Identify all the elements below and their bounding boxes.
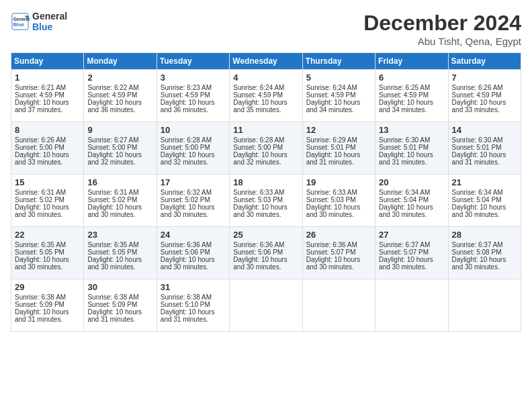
sunset: Sunset: 5:04 PM — [379, 196, 429, 203]
day-number: 18 — [233, 177, 298, 187]
calendar-cell: 20Sunrise: 6:34 AMSunset: 5:04 PMDayligh… — [375, 175, 448, 227]
column-header-saturday: Saturday — [448, 53, 521, 70]
daylight-label: Daylight: 10 hours and 30 minutes. — [87, 203, 142, 218]
sunrise: Sunrise: 6:38 AM — [15, 293, 66, 301]
svg-text:Blue: Blue — [13, 22, 24, 28]
day-number: 15 — [15, 177, 80, 187]
calendar-cell: 3Sunrise: 6:23 AMSunset: 4:59 PMDaylight… — [157, 70, 229, 122]
sunset: Sunset: 4:59 PM — [306, 91, 356, 99]
sunrise: Sunrise: 6:26 AM — [15, 136, 66, 144]
calendar-table: SundayMondayTuesdayWednesdayThursdayFrid… — [11, 52, 521, 332]
sunrise: Sunrise: 6:35 AM — [15, 241, 66, 248]
sunset: Sunset: 5:00 PM — [233, 144, 283, 151]
sunset: Sunset: 4:59 PM — [161, 91, 210, 99]
sunset: Sunset: 5:06 PM — [233, 248, 283, 256]
sunrise: Sunrise: 6:29 AM — [306, 136, 357, 144]
calendar-cell: 7Sunrise: 6:26 AMSunset: 4:59 PMDaylight… — [448, 70, 521, 122]
daylight-label: Daylight: 10 hours and 33 minutes. — [15, 151, 69, 166]
calendar-week-3: 15Sunrise: 6:31 AMSunset: 5:02 PMDayligh… — [11, 175, 521, 227]
sunset: Sunset: 5:02 PM — [15, 196, 64, 203]
calendar-cell: 18Sunrise: 6:33 AMSunset: 5:03 PMDayligh… — [230, 175, 302, 227]
sunset: Sunset: 5:05 PM — [87, 248, 137, 256]
day-number: 9 — [87, 125, 152, 135]
calendar-cell: 11Sunrise: 6:28 AMSunset: 5:00 PMDayligh… — [230, 122, 302, 175]
calendar-cell: 6Sunrise: 6:25 AMSunset: 4:59 PMDaylight… — [375, 70, 448, 122]
day-number: 30 — [87, 282, 152, 292]
column-header-friday: Friday — [375, 53, 448, 70]
day-number: 16 — [87, 177, 152, 187]
daylight-label: Daylight: 10 hours and 35 minutes. — [233, 99, 287, 113]
calendar-header-row: SundayMondayTuesdayWednesdayThursdayFrid… — [11, 53, 521, 70]
sunset: Sunset: 5:02 PM — [161, 196, 210, 203]
sunrise: Sunrise: 6:37 AM — [379, 241, 430, 248]
sunset: Sunset: 5:07 PM — [379, 248, 429, 256]
sunrise: Sunrise: 6:22 AM — [87, 84, 138, 91]
day-number: 29 — [15, 282, 80, 292]
day-number: 25 — [233, 230, 298, 240]
calendar-cell: 30Sunrise: 6:38 AMSunset: 5:09 PMDayligh… — [84, 279, 157, 332]
calendar-cell: 26Sunrise: 6:36 AMSunset: 5:07 PMDayligh… — [302, 227, 375, 279]
sunrise: Sunrise: 6:28 AM — [161, 136, 212, 144]
sunset: Sunset: 4:59 PM — [87, 91, 137, 99]
daylight-label: Daylight: 10 hours and 34 minutes. — [379, 99, 433, 113]
day-number: 20 — [379, 177, 444, 187]
calendar-cell: 27Sunrise: 6:37 AMSunset: 5:07 PMDayligh… — [375, 227, 448, 279]
day-number: 2 — [87, 73, 152, 83]
month-title: December 2024 — [363, 11, 521, 36]
column-header-sunday: Sunday — [11, 53, 84, 70]
daylight-label: Daylight: 10 hours and 31 minutes. — [161, 308, 215, 323]
daylight-label: Daylight: 10 hours and 31 minutes. — [306, 151, 361, 166]
day-number: 13 — [379, 125, 444, 135]
calendar-cell: 13Sunrise: 6:30 AMSunset: 5:01 PMDayligh… — [375, 122, 448, 175]
daylight-label: Daylight: 10 hours and 30 minutes. — [452, 256, 506, 271]
calendar-week-4: 22Sunrise: 6:35 AMSunset: 5:05 PMDayligh… — [11, 227, 521, 279]
sunset: Sunset: 4:59 PM — [379, 91, 429, 99]
sunrise: Sunrise: 6:26 AM — [452, 84, 503, 91]
calendar-cell: 22Sunrise: 6:35 AMSunset: 5:05 PMDayligh… — [11, 227, 84, 279]
sunset: Sunset: 5:02 PM — [87, 196, 137, 203]
day-number: 7 — [452, 73, 517, 83]
daylight-label: Daylight: 10 hours and 32 minutes. — [87, 151, 142, 166]
location: Abu Tisht, Qena, Egypt — [363, 36, 521, 47]
daylight-label: Daylight: 10 hours and 30 minutes. — [15, 203, 69, 218]
sunset: Sunset: 5:01 PM — [306, 144, 356, 151]
calendar-cell: 9Sunrise: 6:27 AMSunset: 5:00 PMDaylight… — [84, 122, 157, 175]
sunrise: Sunrise: 6:32 AM — [161, 189, 212, 196]
calendar-week-1: 1Sunrise: 6:21 AMSunset: 4:59 PMDaylight… — [11, 70, 521, 122]
sunset: Sunset: 5:05 PM — [15, 248, 64, 256]
day-number: 6 — [379, 73, 444, 83]
daylight-label: Daylight: 10 hours and 33 minutes. — [452, 99, 506, 113]
calendar-cell: 8Sunrise: 6:26 AMSunset: 5:00 PMDaylight… — [11, 122, 84, 175]
calendar-cell: 16Sunrise: 6:31 AMSunset: 5:02 PMDayligh… — [84, 175, 157, 227]
daylight-label: Daylight: 10 hours and 30 minutes. — [161, 256, 215, 271]
sunset: Sunset: 5:09 PM — [87, 301, 137, 308]
day-number: 5 — [306, 73, 371, 83]
sunset: Sunset: 5:01 PM — [379, 144, 429, 151]
daylight-label: Daylight: 10 hours and 34 minutes. — [306, 99, 361, 113]
column-header-wednesday: Wednesday — [230, 53, 302, 70]
daylight-label: Daylight: 10 hours and 32 minutes. — [161, 151, 215, 166]
day-number: 24 — [161, 230, 226, 240]
daylight-label: Daylight: 10 hours and 30 minutes. — [15, 256, 69, 271]
daylight-label: Daylight: 10 hours and 31 minutes. — [379, 151, 433, 166]
daylight-label: Daylight: 10 hours and 37 minutes. — [15, 99, 69, 113]
day-number: 14 — [452, 125, 517, 135]
sunrise: Sunrise: 6:34 AM — [452, 189, 503, 196]
title-block: December 2024 Abu Tisht, Qena, Egypt — [363, 11, 521, 47]
calendar-cell: 14Sunrise: 6:30 AMSunset: 5:01 PMDayligh… — [448, 122, 521, 175]
day-number: 4 — [233, 73, 298, 83]
sunrise: Sunrise: 6:31 AM — [87, 189, 138, 196]
day-number: 19 — [306, 177, 371, 187]
sunset: Sunset: 5:08 PM — [452, 248, 502, 256]
calendar-cell: 15Sunrise: 6:31 AMSunset: 5:02 PMDayligh… — [11, 175, 84, 227]
sunrise: Sunrise: 6:38 AM — [161, 293, 212, 301]
sunrise: Sunrise: 6:38 AM — [87, 293, 138, 301]
calendar-cell: 2Sunrise: 6:22 AMSunset: 4:59 PMDaylight… — [84, 70, 157, 122]
calendar-cell: 4Sunrise: 6:24 AMSunset: 4:59 PMDaylight… — [230, 70, 302, 122]
sunrise: Sunrise: 6:25 AM — [379, 84, 430, 91]
calendar-cell: 24Sunrise: 6:36 AMSunset: 5:06 PMDayligh… — [157, 227, 229, 279]
day-number: 27 — [379, 230, 444, 240]
calendar-week-2: 8Sunrise: 6:26 AMSunset: 5:00 PMDaylight… — [11, 122, 521, 175]
day-number: 23 — [87, 230, 152, 240]
daylight-label: Daylight: 10 hours and 31 minutes. — [15, 308, 69, 323]
